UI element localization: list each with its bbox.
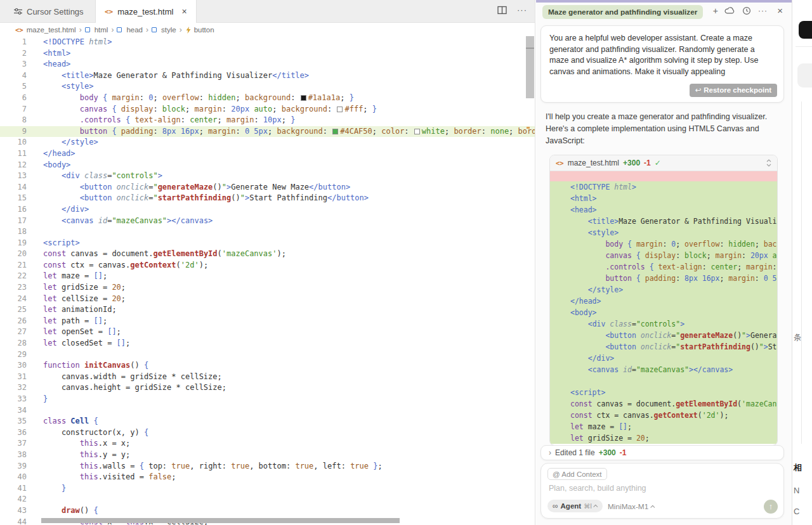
code-line: 42 <box>0 494 535 505</box>
add-context-button[interactable]: @ Add Context <box>547 468 607 480</box>
code-line: 22let maze = []; <box>0 271 535 282</box>
code-line <box>550 375 777 387</box>
divider <box>796 46 812 47</box>
code-line: 3<head> <box>0 59 535 70</box>
diff-code-card-header[interactable]: <> maze_test.html +300 -1 ✓ <box>550 155 777 171</box>
code-line: 15 <button onclick="startPathfinding()">… <box>0 193 535 204</box>
code-line: 14 <button onclick="generateMaze()">Gene… <box>0 182 535 193</box>
scrollbar-diff-marker <box>526 48 534 49</box>
color-swatch <box>301 95 306 101</box>
close-panel-icon[interactable]: × <box>777 6 783 16</box>
partial-text: N <box>794 486 799 495</box>
code-line: 34 <box>0 405 535 417</box>
restore-checkpoint-button[interactable]: ↩Restore checkpoint <box>690 84 777 97</box>
composer-input-placeholder[interactable]: Plan, search, build anything <box>549 484 646 493</box>
line-number: 33 <box>0 394 27 405</box>
diff-code-lines[interactable]: <!DOCTYPE html><html><head> <title>Maze … <box>550 171 777 446</box>
agent-mode-selector[interactable]: ∞ Agent ⌘I <box>547 500 603 512</box>
tab-close-icon[interactable]: × <box>181 6 187 16</box>
code-line: 27let openSet = []; <box>0 327 535 338</box>
color-swatch <box>337 107 343 112</box>
code-line: 17 <canvas id="mazeCanvas"></canvas> <box>0 216 535 227</box>
line-number: 17 <box>0 216 27 227</box>
chevron-up-icon <box>650 505 655 509</box>
breadcrumb-item-button[interactable]: button <box>194 26 214 34</box>
chevron-right-icon: › <box>549 448 551 457</box>
code-line: 20const canvas = document.getElementById… <box>0 249 535 260</box>
tab-cursor-settings[interactable]: Cursor Settings <box>5 0 93 23</box>
cloud-icon[interactable] <box>724 7 735 14</box>
code-line: 36 constructor(x, y) { <box>0 427 535 439</box>
tab-maze-test-html[interactable]: <> maze_test.html × <box>95 0 197 23</box>
color-swatch <box>414 129 420 134</box>
split-editor-icon[interactable] <box>497 6 507 15</box>
code-line: 30function initCanvas() { <box>0 360 535 372</box>
line-number: 39 <box>0 461 27 472</box>
code-line: <html> <box>550 193 777 204</box>
breadcrumb: <> maze_test.html › html › head › style … <box>0 23 535 37</box>
code-line: let maze = []; <box>550 421 777 432</box>
line-number: 40 <box>0 472 27 483</box>
new-chat-icon[interactable]: + <box>713 6 718 16</box>
chat-composer[interactable]: @ Add Context Plan, search, build anythi… <box>540 463 784 519</box>
breadcrumb-file[interactable]: maze_test.html <box>27 26 76 34</box>
code-line: 16 </div> <box>0 204 535 216</box>
more-actions-icon[interactable]: ··· <box>517 5 527 15</box>
line-number: 1 <box>0 37 27 48</box>
divider <box>801 101 802 444</box>
partial-chip <box>797 63 812 88</box>
line-number: 24 <box>0 294 27 305</box>
line-number: 35 <box>0 416 27 427</box>
undo-arrow-icon: ↩ <box>695 86 702 94</box>
code-line: 28let closedSet = []; <box>0 338 535 349</box>
code-line: 7 canvas { display: block; margin: 20px … <box>0 104 535 115</box>
model-selector[interactable]: MiniMax-M1 <box>608 502 655 511</box>
code-line: canvas { display: block; margin: 20px au… <box>550 250 777 261</box>
code-line: 25let animationId; <box>0 304 535 316</box>
editor-code-lines[interactable]: 1<!DOCTYPE html>2<html>3<head>4 <title>M… <box>0 37 535 525</box>
code-line: const ctx = canvas.getContext('2d'); <box>550 410 777 421</box>
line-number: 41 <box>0 483 27 495</box>
edited-files-summary[interactable]: › Edited 1 file +300 -1 <box>540 445 784 460</box>
line-number: 11 <box>0 148 27 160</box>
code-line: <!DOCTYPE html> <box>550 181 777 193</box>
line-number: 42 <box>0 494 27 505</box>
code-line: 40 this.visited = false; <box>0 472 535 483</box>
diff-filename: maze_test.html <box>568 159 619 167</box>
code-line: 32 canvas.height = gridSize * cellSize; <box>0 382 535 394</box>
code-line: 26let path = []; <box>0 316 535 327</box>
code-line: 1<!DOCTYPE html> <box>0 37 535 48</box>
history-icon[interactable] <box>742 6 751 15</box>
expand-collapse-icon[interactable] <box>766 159 771 167</box>
chat-title-pill[interactable]: Maze generator and pathfinding visualize… <box>542 5 703 19</box>
breadcrumb-item-style[interactable]: style <box>161 26 176 34</box>
line-number: 29 <box>0 349 27 361</box>
code-line: 2<html> <box>0 48 535 60</box>
vertical-scrollbar[interactable] <box>526 36 534 98</box>
ai-chat-pane: Maze generator and pathfinding visualize… <box>536 0 792 525</box>
code-line: </style> <box>550 284 777 295</box>
line-number: 38 <box>0 450 27 461</box>
code-line: <canvas id="mazeCanvas"></canvas> <box>550 364 777 375</box>
line-number: 8 <box>0 115 27 126</box>
horizontal-scrollbar[interactable] <box>41 518 400 523</box>
code-file-icon: <> <box>15 26 23 34</box>
code-line: <script> <box>550 387 777 398</box>
chevron-right-icon: › <box>79 25 82 34</box>
breadcrumb-item-html[interactable]: html <box>95 26 108 34</box>
code-line: const canvas = document.getElementById('… <box>550 398 777 410</box>
send-button[interactable]: ↑ <box>764 500 778 514</box>
more-options-icon[interactable]: ··· <box>758 6 768 16</box>
breadcrumb-item-head[interactable]: head <box>126 26 143 34</box>
user-message-card: You are a helpful web developer assistan… <box>540 25 784 103</box>
line-number: 34 <box>0 405 27 417</box>
code-file-icon: <> <box>105 8 113 16</box>
code-line: </div> <box>550 353 777 364</box>
adjacent-window-sliver: 条 相 N C <box>792 0 812 525</box>
code-line: let gridSize = 20; <box>550 432 777 444</box>
code-line: 33} <box>0 394 535 405</box>
line-number: 12 <box>0 160 27 171</box>
code-line: <button onclick="generateMaze()">Generat… <box>550 330 777 341</box>
symbol-lightning-icon <box>185 27 191 34</box>
code-line: 13 <div class="controls"> <box>0 171 535 182</box>
